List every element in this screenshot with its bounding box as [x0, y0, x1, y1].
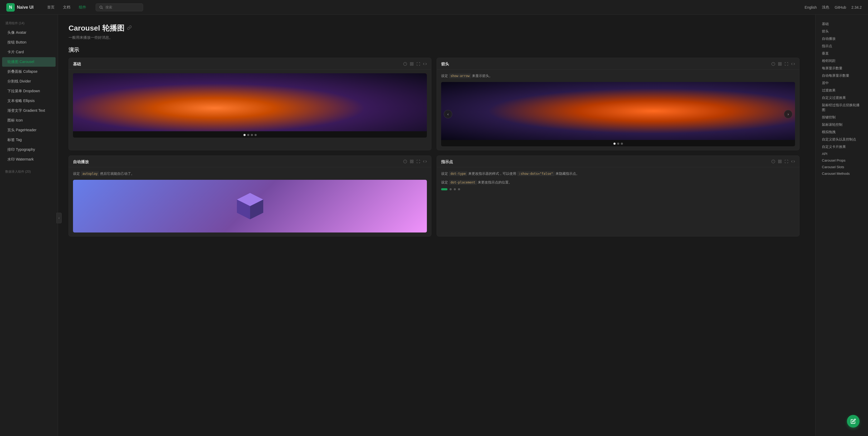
demo-card-basic-actions — [403, 62, 427, 67]
demo-dots-expand-icon[interactable] — [778, 159, 782, 164]
demo-arrow-code-icon[interactable] — [791, 62, 795, 67]
sidebar-item-page-header[interactable]: 页头 PageHeader — [2, 125, 56, 135]
sidebar-item-card[interactable]: 卡片 Card — [2, 48, 56, 57]
sidebar-item-gradient-text[interactable]: 渐变文字 Gradient Text — [2, 106, 56, 115]
toc-item-custom-card[interactable]: 自定义卡片效果 — [820, 143, 864, 150]
demo-arrow-fullscreen-icon[interactable] — [784, 62, 788, 67]
nav-components[interactable]: 组件 — [75, 3, 89, 11]
demo-card-autoplay-title: 自动播放 — [73, 159, 89, 165]
carousel-arrow-dot-3[interactable] — [621, 143, 623, 145]
demo-dots-fullscreen-icon[interactable] — [784, 159, 788, 164]
page-title-link-icon[interactable] — [127, 25, 132, 31]
demo-basic-code-icon[interactable] — [423, 62, 427, 67]
toc-item-hover-switch[interactable]: 鼠标经过指示点切换轮播图 — [820, 102, 864, 113]
demo-arrow-expand-icon[interactable] — [778, 62, 782, 67]
sidebar-item-watermark[interactable]: 水印 Watermark — [2, 155, 56, 164]
page-title: Carousel 轮播图 — [68, 23, 800, 33]
demo-card-autoplay-desc: 设定 autoplay 然后它就能自己动了。 — [73, 171, 427, 177]
toc-item-carousel-methods[interactable]: Carousel Methods — [820, 171, 864, 177]
demo-basic-expand-icon[interactable] — [410, 62, 414, 67]
toc-item-centered[interactable]: 居中 — [820, 80, 864, 86]
svg-rect-12 — [778, 62, 779, 63]
dot-circle-1[interactable] — [450, 188, 452, 190]
toc-item-drag[interactable]: 模拟拖拽 — [820, 128, 864, 136]
sidebar-item-dropdown[interactable]: 下拉菜单 Dropdown — [2, 86, 56, 96]
carousel-arrow-dot-2[interactable] — [617, 143, 619, 145]
toc-item-custom-effect[interactable]: 自定义过渡效果 — [820, 94, 864, 101]
demo-card-arrow-title: 箭头 — [441, 62, 449, 67]
toc-item-per-view[interactable]: 每屏显示数量 — [820, 65, 864, 72]
carousel-arrow-right[interactable]: › — [784, 110, 793, 118]
iso-room-2-illustration — [441, 82, 795, 140]
sidebar-item-typography[interactable]: 排印 Typography — [2, 145, 56, 154]
carousel-arrow-left[interactable]: ‹ — [444, 110, 452, 118]
demo-card-autoplay-body: 设定 autoplay 然后它就能自己动了。 — [69, 167, 431, 236]
svg-point-0 — [100, 6, 102, 8]
toc-item-vertical[interactable]: 垂直 — [820, 50, 864, 57]
carousel-autoplay — [73, 180, 427, 232]
carousel-dot-2[interactable] — [247, 134, 249, 136]
demo-autoplay-expand-icon[interactable] — [410, 159, 414, 164]
demo-card-dots-actions — [771, 159, 795, 164]
toc-item-space[interactable]: 相邻间距 — [820, 57, 864, 64]
sidebar-item-carousel[interactable]: 轮播图 Carousel — [2, 57, 56, 67]
logo-icon: N — [6, 3, 15, 11]
fab-button[interactable] — [847, 415, 860, 428]
toc-item-carousel-slots[interactable]: Carousel Slots — [820, 164, 864, 170]
demo-dots-code-icon[interactable] — [791, 159, 795, 164]
toc-item-autoplay[interactable]: 自动播放 — [820, 35, 864, 42]
demo-autoplay-fullscreen-icon[interactable] — [416, 159, 420, 164]
demo-dots-info-icon[interactable] — [771, 159, 775, 164]
toc-item-basic[interactable]: 基础 — [820, 21, 864, 27]
toc-item-keyboard[interactable]: 按键控制 — [820, 114, 864, 121]
demo-autoplay-code-icon[interactable] — [423, 159, 427, 164]
toc-item-dots[interactable]: 指示点 — [820, 43, 864, 50]
dot-circle-3[interactable] — [458, 188, 460, 190]
demo-card-autoplay: 自动播放 — [68, 155, 431, 236]
nav-docs[interactable]: 文档 — [60, 3, 73, 11]
sidebar-item-avatar[interactable]: 头像 Avatar — [2, 28, 56, 37]
sidebar-item-button[interactable]: 按钮 Button — [2, 38, 56, 47]
sidebar-item-collapse[interactable]: 折叠面板 Collapse — [2, 67, 56, 77]
carousel-dot-3[interactable] — [251, 134, 253, 136]
demo-basic-copy-icon[interactable] — [403, 62, 407, 67]
carousel-dot-4[interactable] — [254, 134, 257, 136]
carousel-dot-1[interactable] — [244, 134, 246, 136]
sidebar-collapse-button[interactable]: ‹ — [56, 213, 62, 223]
toc-item-custom-arrow[interactable]: 自定义箭头以及控制点 — [820, 136, 864, 143]
search-box[interactable] — [96, 3, 143, 11]
toc-item-auto-size[interactable]: 自动每屏显示数量 — [820, 72, 864, 79]
theme-switch[interactable]: 浅色 — [822, 5, 829, 10]
toc-item-effect[interactable]: 过渡效果 — [820, 87, 864, 94]
sidebar-item-divider[interactable]: 分割线 Divider — [2, 77, 56, 86]
demo-card-basic-title: 基础 — [73, 62, 81, 67]
demo-basic-fullscreen-icon[interactable] — [416, 62, 420, 67]
toc-item-carousel-props[interactable]: Carousel Props — [820, 157, 864, 164]
demo-card-basic-body — [69, 69, 431, 141]
demo-arrow-code: show-arrow — [449, 74, 471, 78]
search-icon — [99, 5, 103, 9]
nav-home[interactable]: 首页 — [44, 3, 58, 11]
svg-rect-13 — [780, 62, 781, 63]
dot-rect-active[interactable] — [441, 188, 447, 190]
top-navigation: N Naive UI 首页 文档 组件 English 浅色 GitHub 2.… — [0, 0, 868, 15]
github-link[interactable]: GitHub — [835, 5, 846, 9]
lang-switch[interactable]: English — [805, 5, 817, 9]
demo-card-basic-header: 基础 — [69, 58, 431, 69]
sidebar-item-tag[interactable]: 标签 Tag — [2, 135, 56, 145]
demo-autoplay-info-icon[interactable] — [403, 159, 407, 164]
version-badge: 2.34.2 — [851, 5, 862, 9]
svg-rect-31 — [780, 160, 781, 161]
carousel-arrow-dot-1[interactable] — [614, 143, 616, 145]
dot-circle-2[interactable] — [454, 188, 456, 190]
logo-area[interactable]: N Naive UI — [6, 3, 33, 11]
sidebar-item-ellipsis[interactable]: 文本省略 Ellipsis — [2, 96, 56, 106]
toc-item-arrow[interactable]: 箭头 — [820, 28, 864, 35]
search-input[interactable] — [105, 5, 137, 9]
sidebar-item-icon[interactable]: 图标 Icon — [2, 116, 56, 125]
carousel-basic — [73, 73, 427, 138]
toc-item-scroll[interactable]: 鼠标滚轮控制 — [820, 121, 864, 128]
demo-grid: 基础 — [68, 58, 800, 236]
toc-item-api[interactable]: API — [820, 151, 864, 157]
demo-arrow-info-icon[interactable] — [771, 62, 775, 67]
